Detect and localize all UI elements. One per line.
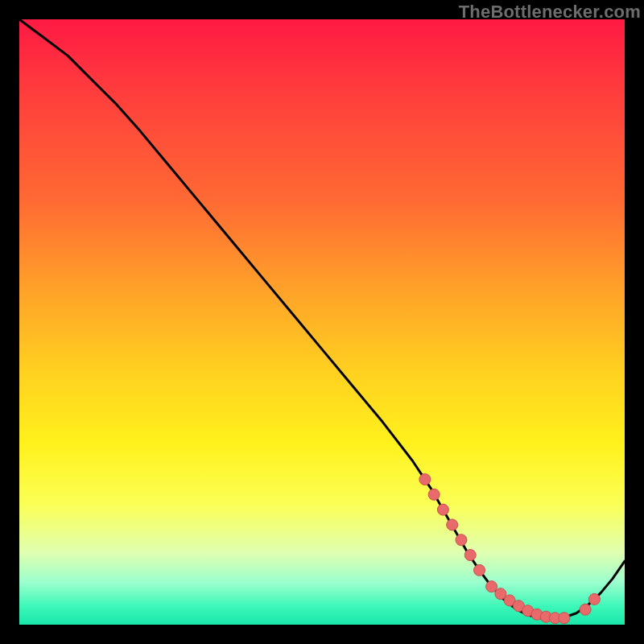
highlight-dot: [559, 613, 570, 624]
highlight-dot: [486, 581, 497, 592]
highlight-dot: [456, 535, 467, 546]
highlight-dot: [428, 489, 440, 500]
chart-frame: TheBottlenecker.com: [0, 0, 644, 644]
watermark-text: TheBottlenecker.com: [459, 2, 641, 23]
curve-overlay: [19, 19, 625, 625]
highlight-dot: [588, 593, 600, 605]
highlight-dot: [580, 604, 591, 615]
highlight-dot: [474, 564, 485, 576]
plot-area: [19, 19, 625, 625]
highlight-dot: [419, 474, 431, 485]
highlight-dot: [437, 504, 448, 515]
highlight-dot: [464, 550, 476, 561]
bottleneck-curve: [19, 19, 625, 618]
highlight-dot: [447, 519, 458, 530]
